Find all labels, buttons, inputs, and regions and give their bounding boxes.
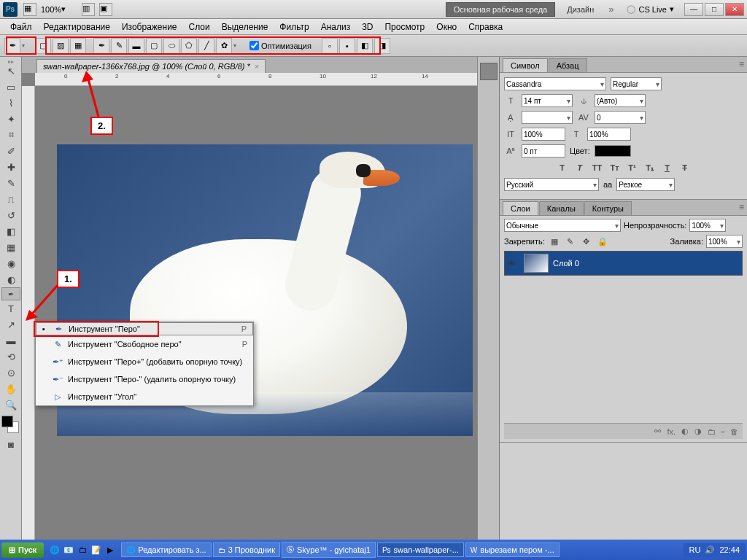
tab-paragraph[interactable]: Абзац <box>549 58 587 72</box>
eraser-tool[interactable]: ◧ <box>1 223 20 239</box>
path-op-1-icon[interactable]: ▫ <box>322 38 338 54</box>
maximize-button[interactable]: □ <box>705 3 724 16</box>
color-swatches[interactable] <box>1 416 19 433</box>
delete-layer-icon[interactable]: 🗑 <box>730 427 738 436</box>
layer-mask-icon[interactable]: ◐ <box>681 427 689 436</box>
lock-paint-icon[interactable]: ✎ <box>564 237 577 246</box>
polygon-icon[interactable]: ⬠ <box>181 38 197 54</box>
layer-item[interactable]: 👁 Слой 0 <box>504 251 743 276</box>
superscript-button[interactable]: T¹ <box>626 162 639 174</box>
ql-icon[interactable]: 📝 <box>90 542 103 557</box>
font-style-select[interactable]: Regular <box>611 77 662 90</box>
task-button[interactable]: Ps swan-wallpaper-... <box>377 542 464 557</box>
ql-icon[interactable]: ▶ <box>104 542 117 557</box>
flyout-item[interactable]: ▷Инструмент "Угол" <box>36 388 253 405</box>
opacity-input[interactable]: 100% <box>689 219 726 232</box>
menu-edit[interactable]: Редактирование <box>38 20 116 34</box>
close-tab-icon[interactable]: × <box>255 62 259 71</box>
task-button[interactable]: 🌐 Редактировать з... <box>121 542 211 557</box>
system-tray[interactable]: RU 🔊 22:44 <box>684 543 746 557</box>
eyedropper-tool[interactable]: ✐ <box>1 143 20 159</box>
leading-select[interactable]: (Авто) <box>595 94 646 107</box>
path-op-3-icon[interactable]: ◧ <box>357 38 373 54</box>
layer-fx-icon[interactable]: fx. <box>667 427 676 436</box>
bridge-dropdown[interactable]: ▦ <box>23 3 36 16</box>
collapsed-panel-icon[interactable] <box>480 63 498 80</box>
quick-mask-tool[interactable]: ◙ <box>1 436 20 452</box>
ellipse-icon[interactable]: ⬭ <box>163 38 179 54</box>
blend-mode-select[interactable]: Обычные <box>504 219 621 232</box>
italic-button[interactable]: T <box>573 162 587 174</box>
task-button[interactable]: Ⓢ Skype™ - gylchataj1 <box>282 542 376 558</box>
kerning-select[interactable] <box>522 111 573 124</box>
adjustment-layer-icon[interactable]: ◑ <box>694 427 702 436</box>
zoom-display[interactable]: 100% ▾ <box>41 4 77 14</box>
baseline-input[interactable]: 0 пт <box>522 144 565 158</box>
bold-button[interactable]: T <box>556 162 569 174</box>
zoom-tool[interactable]: 🔍 <box>1 397 20 413</box>
marquee-tool[interactable]: ▭ <box>1 79 20 95</box>
underline-button[interactable]: T <box>661 162 674 174</box>
close-button[interactable]: ✕ <box>725 3 744 16</box>
workspace-design-button[interactable]: Дизайн <box>561 3 600 16</box>
tracking-select[interactable]: 0 <box>595 111 646 124</box>
lock-move-icon[interactable]: ✥ <box>580 237 593 246</box>
brush-tool[interactable]: ✎ <box>1 175 20 191</box>
layer-name[interactable]: Слой 0 <box>553 259 579 268</box>
custom-shape-icon[interactable]: ✿ <box>216 38 232 54</box>
task-button[interactable]: W вырезаем пером -... <box>465 542 560 557</box>
shape-layers-icon[interactable]: ▢ <box>35 38 51 54</box>
screen-mode-dropdown[interactable]: ▣ <box>99 3 112 16</box>
3d-tool[interactable]: ⟲ <box>1 349 20 365</box>
ql-icon[interactable]: 🗀 <box>76 542 89 557</box>
optimize-checkbox[interactable]: Оптимизация <box>249 41 311 50</box>
font-size-select[interactable]: 14 пт <box>522 94 573 107</box>
freeform-pen-icon[interactable]: ✎ <box>111 38 127 54</box>
start-button[interactable]: ⊞Пуск <box>1 542 44 558</box>
hscale-input[interactable]: 100% <box>587 128 631 141</box>
move-tool[interactable]: ↖ <box>1 63 20 79</box>
rectangle-icon[interactable]: ▬ <box>128 38 144 54</box>
ql-icon[interactable]: 🌐 <box>48 542 61 557</box>
tab-layers[interactable]: Слои <box>503 201 538 215</box>
tool-preset-icon[interactable]: ✒ <box>4 38 20 54</box>
task-button[interactable]: 🗀 3 Проводник <box>213 542 280 557</box>
menu-view[interactable]: Просмотр <box>379 20 430 34</box>
more-workspaces-icon[interactable]: » <box>605 4 616 15</box>
tab-paths[interactable]: Контуры <box>584 201 632 215</box>
pen-tool-icon[interactable]: ✒ <box>93 38 109 54</box>
workspace-main-button[interactable]: Основная рабочая среда <box>446 2 556 17</box>
healing-tool[interactable]: ✚ <box>1 159 20 175</box>
dropdown-icon[interactable]: ▾ <box>22 42 28 49</box>
history-brush-tool[interactable]: ↺ <box>1 207 20 223</box>
menu-layers[interactable]: Слои <box>183 20 216 34</box>
hand-tool[interactable]: ✋ <box>1 381 20 397</box>
line-icon[interactable]: ╱ <box>198 38 214 54</box>
layer-group-icon[interactable]: 🗀 <box>708 427 716 436</box>
gradient-tool[interactable]: ▦ <box>1 239 20 255</box>
type-tool[interactable]: T <box>1 300 20 316</box>
text-color-swatch[interactable] <box>595 145 631 157</box>
blur-tool[interactable]: ◉ <box>1 255 20 271</box>
menu-3d[interactable]: 3D <box>356 20 379 34</box>
flyout-item[interactable]: ✒⁺Инструмент "Перо+" (добавить опорную т… <box>36 353 253 370</box>
3d-camera-tool[interactable]: ⊙ <box>1 365 20 381</box>
document-tab[interactable]: swan-wallpaper-1366x768.jpg @ 100% (Слой… <box>36 59 266 73</box>
tab-character[interactable]: Символ <box>503 58 548 72</box>
lock-transparent-icon[interactable]: ▦ <box>548 237 561 246</box>
vscale-input[interactable]: 100% <box>522 128 565 141</box>
tab-channels[interactable]: Каналы <box>539 201 584 215</box>
menu-analysis[interactable]: Анализ <box>315 20 357 34</box>
menu-window[interactable]: Окно <box>430 20 462 34</box>
link-layers-icon[interactable]: ⚯ <box>654 427 661 436</box>
paths-icon[interactable]: ▨ <box>53 38 69 54</box>
minimize-button[interactable]: — <box>684 3 703 16</box>
lasso-tool[interactable]: ⌇ <box>1 95 20 111</box>
tray-lang[interactable]: RU <box>689 545 701 554</box>
dodge-tool[interactable]: ◐ <box>1 271 20 287</box>
pen-tool[interactable]: ✒ <box>1 287 20 300</box>
fill-pixels-icon[interactable]: ▦ <box>70 38 86 54</box>
flyout-item[interactable]: ✒⁻Инструмент "Перо-" (удалить опорную то… <box>36 370 253 388</box>
menu-file[interactable]: Файл <box>4 20 38 34</box>
quick-select-tool[interactable]: ✦ <box>1 111 20 127</box>
